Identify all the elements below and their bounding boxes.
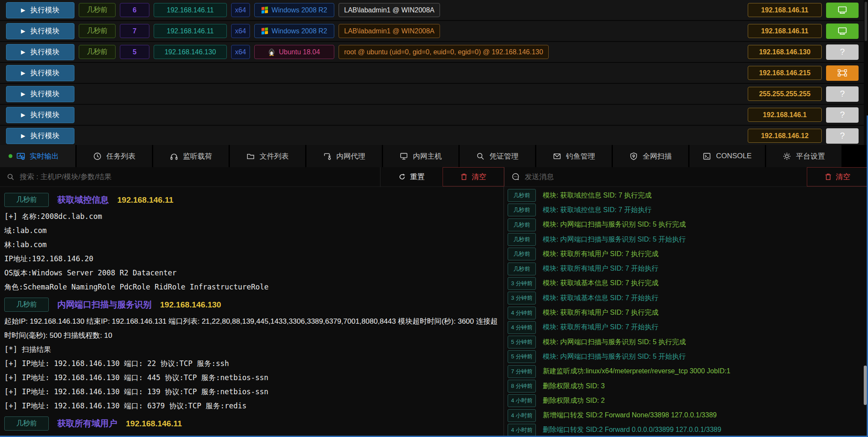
- notification-row: 4 小时前 删除权限成功 SID: 2: [504, 393, 868, 408]
- notification-text: 模块: 获取所有域用户 SID: 7 开始执行: [543, 323, 658, 332]
- run-module-button[interactable]: ▶ 执行模块: [6, 23, 74, 39]
- reset-button[interactable]: 重置: [380, 167, 443, 186]
- host-status-button[interactable]: ?: [826, 65, 859, 81]
- run-module-button[interactable]: ▶ 执行模块: [6, 2, 74, 18]
- session-badges: 几秒前 7 192.168.146.11 x64: [79, 24, 440, 38]
- tab-credential-manage[interactable]: 凭证管理: [460, 145, 535, 167]
- search-input[interactable]: 搜索 : 主机IP/模块/参数/结果: [0, 167, 380, 186]
- notification-text: 模块: 获取域基本信息 SID: 7 执行完成: [543, 279, 658, 288]
- clear-messages-button[interactable]: 清空: [807, 167, 868, 186]
- shield-scan-icon: [630, 152, 638, 160]
- notification-text: 模块: 获取域控信息 SID: 7 开始执行: [543, 206, 651, 215]
- host-status-button[interactable]: ?: [826, 86, 859, 102]
- desktop-icon: [400, 152, 408, 160]
- host-ip-badge[interactable]: 192.168.146.215: [748, 66, 822, 80]
- session-list: ▶ 执行模块 几秒前 6 192.168.146.11 x64: [0, 0, 868, 145]
- trash-icon: [461, 173, 467, 180]
- run-module-label: 执行模块: [30, 131, 59, 141]
- run-module-label: 执行模块: [30, 26, 59, 36]
- log-entry-header: 几秒前 获取域控信息 192.168.146.11: [4, 193, 499, 207]
- search-icon: [7, 173, 15, 181]
- session-os-label: Windows 2008 R2: [272, 27, 327, 35]
- session-row: ▶ 执行模块: [0, 105, 868, 126]
- clear-messages-label: 清空: [836, 172, 850, 182]
- unknown-status-icon: ?: [840, 47, 844, 57]
- tab-network-scan[interactable]: 全网扫描: [613, 145, 688, 167]
- session-row: ▶ 执行模块 几秒前 6 192.168.146.11 x64: [0, 0, 868, 21]
- proxy-route-icon: [323, 152, 331, 160]
- tab-realtime-output[interactable]: 实时输出: [0, 145, 75, 167]
- notification-text: 模块: 内网端口扫描与服务识别 SID: 5 开始执行: [543, 235, 686, 244]
- session-user-badge: LAB\labadmin1 @ WIN2008A: [339, 24, 440, 38]
- task-list-icon: [93, 152, 101, 160]
- play-icon: ▶: [21, 28, 25, 34]
- run-module-button[interactable]: ▶ 执行模块: [6, 128, 74, 144]
- session-row: ▶ 执行模块: [0, 84, 868, 105]
- host-ip-badge[interactable]: 255.255.255.255: [748, 87, 822, 101]
- log-time-badge: 几秒前: [4, 193, 49, 207]
- notifications-scrollbar[interactable]: [864, 366, 867, 405]
- tab-file-list[interactable]: 文件列表: [230, 145, 305, 167]
- notification-time-badge: 3 分钟前: [508, 277, 536, 290]
- session-checkin-badge: 几秒前: [79, 24, 116, 38]
- run-module-button[interactable]: ▶ 执行模块: [6, 44, 74, 60]
- notification-time-badge: 几秒前: [508, 204, 536, 216]
- notification-time-badge: 5 分钟前: [508, 350, 536, 363]
- notification-row: 7 分钟前 新建监听成功:linux/x64/meterpreter/rever…: [504, 364, 868, 379]
- tab-phishing-manage[interactable]: 钓鱼管理: [536, 145, 612, 167]
- host-ip-badge[interactable]: 192.168.146.11: [748, 24, 822, 38]
- send-message-input[interactable]: 发送消息: [504, 167, 807, 186]
- run-module-label: 执行模块: [30, 47, 59, 57]
- chat-bubble-icon: [511, 173, 520, 181]
- notification-text: 模块: 获取所有域用户 SID: 7 执行完成: [543, 250, 658, 259]
- host-ip-badge[interactable]: 192.168.146.12: [748, 129, 822, 143]
- toolbar: 搜索 : 主机IP/模块/参数/结果 重置 清空 发送消息 清空: [0, 167, 868, 187]
- search-placeholder: 搜索 : 主机IP/模块/参数/结果: [20, 172, 111, 182]
- session-user-badge: LAB\labadmin1 @ WIN2008A: [339, 3, 440, 17]
- host-status-button[interactable]: ?: [826, 44, 859, 60]
- host-status-button[interactable]: ?: [826, 107, 859, 123]
- notification-text: 新增端口转发 SID:2 Forward None/33898 127.0.0.…: [543, 411, 716, 420]
- headphones-icon: [170, 152, 178, 160]
- notification-row: 几秒前 模块: 获取所有域用户 SID: 7 执行完成: [504, 247, 868, 261]
- run-module-button[interactable]: ▶ 执行模块: [6, 107, 74, 123]
- session-badges: 几秒前 5 192.168.146.130 x64: [79, 45, 549, 59]
- refresh-icon: [398, 173, 406, 180]
- notification-row: 3 分钟前 模块: 获取域基本信息 SID: 7 开始执行: [504, 291, 868, 305]
- notification-text: 删除端口转发 SID:2 Forward 0.0.0.0/33899 127.0…: [543, 425, 721, 434]
- play-icon: ▶: [21, 112, 25, 118]
- host-ip-badge[interactable]: 192.168.146.1: [748, 108, 822, 122]
- play-icon: ▶: [21, 70, 25, 76]
- computer-online-icon: [837, 6, 847, 14]
- log-line: IP地址:192.168.146.20: [0, 252, 503, 266]
- notification-text: 模块: 内网端口扫描与服务识别 SID: 5 执行完成: [543, 338, 686, 347]
- tab-label: 实时输出: [30, 151, 59, 161]
- tab-label: 任务列表: [107, 151, 136, 161]
- tab-platform-settings[interactable]: 平台设置: [766, 145, 841, 167]
- host-ip-badge[interactable]: 192.168.146.130: [748, 45, 822, 59]
- tab-task-list[interactable]: 任务列表: [77, 145, 152, 167]
- host-ip-badge[interactable]: 192.168.146.11: [748, 3, 822, 17]
- clear-output-button[interactable]: 清空: [443, 167, 504, 186]
- run-module-button[interactable]: ▶ 执行模块: [6, 86, 74, 102]
- envelope-icon: [553, 152, 561, 160]
- run-module-label: 执行模块: [30, 5, 59, 15]
- log-line: [+] 名称:2008dc.lab.com: [0, 210, 503, 224]
- tab-label: 内网代理: [336, 151, 366, 161]
- linux-tux-icon: [268, 48, 275, 56]
- notification-row: 4 分钟前 模块: 获取所有域用户 SID: 7 开始执行: [504, 320, 868, 335]
- log-module-name: 获取所有域用户: [57, 418, 117, 429]
- connection-status-dot: [9, 154, 12, 158]
- tab-console[interactable]: CONSOLE: [690, 145, 765, 167]
- host-status-button[interactable]: ?: [826, 24, 859, 39]
- computer-online-icon: [837, 27, 847, 35]
- host-status-button[interactable]: ?: [826, 3, 859, 18]
- tab-listener-payload[interactable]: 监听载荷: [153, 145, 229, 167]
- notification-text: 模块: 获取域控信息 SID: 7 执行完成: [543, 191, 651, 200]
- host-status-button[interactable]: ?: [826, 128, 859, 144]
- tab-intranet-proxy[interactable]: 内网代理: [306, 145, 382, 167]
- session-os-badge: Ubuntu 18.04: [254, 45, 334, 59]
- clear-output-label: 清空: [472, 172, 486, 182]
- tab-intranet-hosts[interactable]: 内网主机: [383, 145, 458, 167]
- run-module-button[interactable]: ▶ 执行模块: [6, 65, 74, 81]
